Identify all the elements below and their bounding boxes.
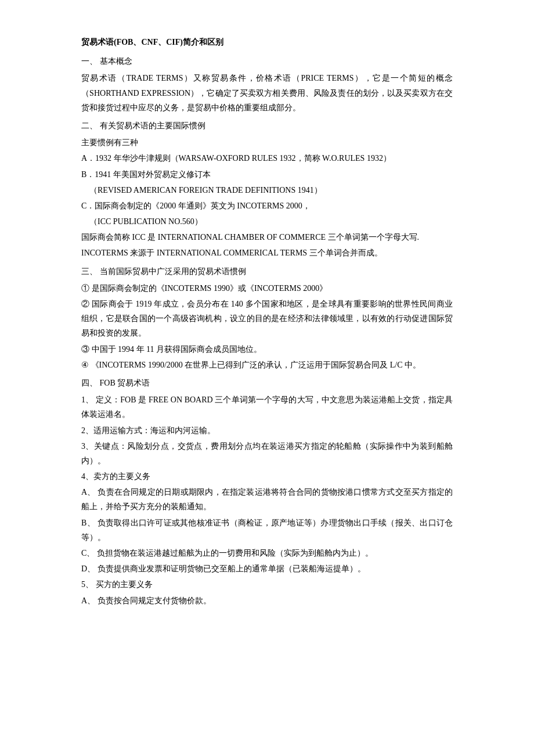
section-3: 三、 当前国际贸易中广泛采用的贸易术语惯例 ① 是国际商会制定的《INCOTER… [81,264,453,372]
section-2-intro: 主要惯例有三种 [81,135,453,150]
section-3-item-0: ① 是国际商会制定的《INCOTERMS 1990》或《INCOTERMS 20… [81,281,453,296]
seller-duty-d: D、 负责提供商业发票和证明货物已交至船上的通常单据（已装船海运提单）。 [81,561,453,576]
section-4-subitem-2: 3、关键点：风险划分点，交货点，费用划分点均在装运港买方指定的轮船舱（实际操作中… [81,439,453,468]
section-2: 二、 有关贸易术语的主要国际惯例 主要惯例有三种 A．1932 年华沙牛津规则（… [81,118,453,261]
section-2-item-3: C．国际商会制定的《2000 年通则》英文为 INCOTERMS 2000， [81,199,453,213]
seller-duty-a: A、 负责在合同规定的日期或期限内，在指定装运港将符合合同的货物按港口惯常方式交… [81,485,453,514]
document-container: 贸易术语(FOB、CNF、CIF)简介和区别 一、 基本概念 贸易术语（TRAD… [81,35,453,608]
section-2-item-0: A．1932 年华沙牛津规则（WARSAW-OXFORD RULES 1932，… [81,151,453,165]
section-4: 四、 FOB 贸易术语 1、 定义：FOB 是 FREE ON BOARD 三个… [81,376,453,608]
section-4-subitem-1: 2、适用运输方式：海运和内河运输。 [81,423,453,438]
section-2-item-1: B．1941 年美国对外贸易定义修订本 [81,167,453,182]
section-3-item-3: ④ 《INCOTERMS 1990/2000 在世界上已得到广泛的承认，广泛运用… [81,358,453,372]
seller-duty-b: B、 负责取得出口许可证或其他核准证书（商检证，原产地证等）办理货物出口手续（报… [81,516,453,545]
seller-duty-c: C、 负担货物在装运港越过船舷为止的一切费用和风险（实际为到船舱内为止）。 [81,546,453,560]
section-4-subitem-0: 1、 定义：FOB 是 FREE ON BOARD 三个单词第一个字母的大写，中… [81,393,453,422]
section-1: 一、 基本概念 贸易术语（TRADE TERMS）又称贸易条件，价格术语（PRI… [81,54,453,115]
section-4-subitem-3: 4、卖方的主要义务 [81,469,453,484]
section-2-header: 二、 有关贸易术语的主要国际惯例 [81,118,453,133]
section-2-para-1: INCOTERMS 来源于 INTERNATIONAL COMMERICAL T… [81,246,453,260]
section-4-header: 四、 FOB 贸易术语 [81,376,453,390]
document-title: 贸易术语(FOB、CNF、CIF)简介和区别 [81,35,453,49]
section-3-header: 三、 当前国际贸易中广泛采用的贸易术语惯例 [81,264,453,279]
buyer-duty-a: A、 负责按合同规定支付货物价款。 [81,593,453,608]
buyer-header: 5、 买方的主要义务 [81,577,453,592]
section-1-header: 一、 基本概念 [81,54,453,69]
section-2-para-0: 国际商会简称 ICC 是 INTERNATIONAL CHAMBER OF CO… [81,230,453,244]
section-2-item-2: （REVISED AMERICAN FOREIGN TRADE DEFINITI… [89,183,453,197]
section-1-para-0: 贸易术语（TRADE TERMS）又称贸易条件，价格术语（PRICE TERMS… [81,71,453,115]
section-3-item-2: ③ 中国于 1994 年 11 月获得国际商会成员国地位。 [81,342,453,357]
section-2-item-4: （ICC PUBLICATION NO.560） [89,214,453,229]
section-3-item-1: ② 国际商会于 1919 年成立，会员分布在 140 多个国家和地区，是全球具有… [81,297,453,341]
